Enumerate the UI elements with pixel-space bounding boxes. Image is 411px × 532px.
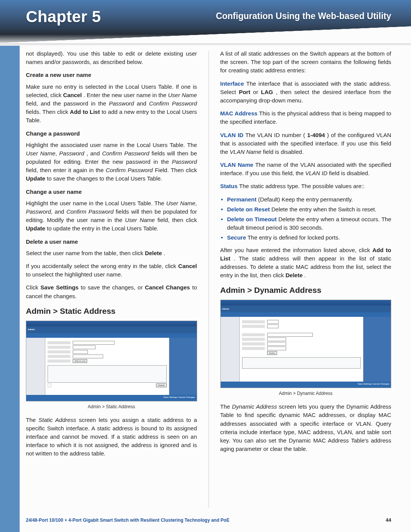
h-change-password: Change a password — [26, 129, 197, 138]
p-delete-2: If you accidentally select the wrong ent… — [26, 262, 197, 279]
t: fields. Then click — [26, 109, 70, 115]
kw-username: User Name — [166, 200, 196, 206]
static-address-screenshot: Admin Add to List Delete Save Se — [26, 321, 197, 401]
t: After you have entered the information l… — [220, 247, 373, 253]
kw-delete: Delete — [145, 250, 162, 256]
t: field, and the password in the — [26, 100, 109, 107]
p-dynamic-desc: The Dynamic Address screen lets you quer… — [220, 403, 392, 453]
t: to save the changes, or — [81, 284, 145, 291]
t: to unselect the highlighted user name. — [26, 271, 123, 278]
t: . — [164, 250, 165, 256]
kw-username: User Name — [125, 217, 155, 223]
thumb-query-button: Query — [267, 351, 277, 355]
list-item: Delete on Timeout Delete the entry when … — [227, 215, 392, 232]
column-separator — [209, 51, 209, 508]
t: field, then click — [158, 217, 197, 223]
t: If you accidentally select the wrong ent… — [26, 263, 178, 269]
t: to save the changes to the Local Users T… — [47, 175, 162, 182]
content: not displayed). You use this table to ed… — [26, 50, 391, 509]
kw-range: 1-4094 — [307, 132, 325, 138]
p-delete-1: Select the user name from the table, the… — [26, 249, 197, 257]
p-status: Status The static address type. The poss… — [220, 182, 392, 190]
list-item: Permanent (Default) Keep the entry perma… — [227, 195, 392, 204]
kw-password: Password — [26, 208, 51, 215]
t: Field. Then click — [155, 167, 197, 173]
kw-password: Password — [59, 150, 84, 157]
kw-confirm: Confirm Password — [102, 150, 149, 157]
kw-del-timeout: Delete on Timeout — [227, 216, 277, 222]
footer-product: 24/48-Port 10/100 + 4-Port Gigabit Smart… — [26, 518, 229, 523]
header: Chapter 5 Configuration Using the Web-ba… — [26, 8, 391, 26]
kw-static-address: Static Address — [38, 417, 76, 423]
p-delete-3: Click Save Settings to save the changes,… — [26, 283, 197, 300]
kw-vlanname: VLAN Name — [230, 149, 261, 155]
t: Highlight the user name in the Local Use… — [26, 200, 166, 206]
status-list: Permanent (Default) Keep the entry perma… — [220, 195, 392, 242]
t: Select the user name from the table, the… — [26, 250, 145, 256]
t: (Default) Keep the entry permanently. — [256, 196, 353, 203]
t: to update the entry in the Local Users T… — [47, 225, 158, 232]
t: The — [220, 403, 232, 410]
kw-username: User Name — [168, 92, 197, 98]
left-lead: not displayed). You use this table to ed… — [26, 50, 197, 66]
lbl-vlanid: VLAN ID — [220, 132, 244, 138]
caption-dynamic: Admin > Dynamic Address — [220, 390, 392, 397]
thumb-delete-button: Delete — [156, 383, 166, 387]
kw-permanent: Permanent — [227, 196, 257, 203]
dynamic-address-screenshot: Admin Query — [220, 300, 392, 388]
left-stripe — [0, 0, 20, 532]
t: Delete the entry when the Switch is rese… — [270, 206, 376, 212]
page: Chapter 5 Configuration Using the Web-ba… — [0, 0, 411, 532]
right-column: A list of all static addresses on the Sw… — [220, 50, 392, 509]
t: The entry is defined for locked ports. — [246, 234, 340, 241]
thumb-tab: Admin — [222, 307, 229, 311]
kw-cancel: Cancel — [63, 92, 82, 98]
h2-dynamic-address: Admin > Dynamic Address — [220, 284, 392, 296]
t: , — [56, 150, 59, 157]
caption-static: Admin > Static Address — [26, 404, 197, 411]
kw-confirm: Confirm Password — [149, 100, 197, 107]
right-lead: A list of all static addresses on the Sw… — [220, 50, 392, 75]
thumb-footer: Save Settings Cancel Changes — [221, 382, 391, 388]
t: Highlight the associated user name in th… — [26, 142, 197, 148]
kw-lag: LAG — [261, 89, 273, 95]
chapter-label: Chapter 5 — [26, 8, 101, 26]
p-create-user: Make sure no entry is selected in the Lo… — [26, 83, 197, 125]
h-create-user: Create a new user name — [26, 71, 197, 79]
header-band-slant — [0, 26, 411, 43]
t: and — [137, 100, 149, 107]
thumb-footer: Save Settings Cancel Changes — [26, 395, 197, 401]
t: The VLAN ID number ( — [245, 132, 305, 138]
kw-addtolist: Add to List — [70, 109, 100, 115]
t: , and — [86, 150, 102, 157]
p-after: After you have entered the information l… — [220, 246, 392, 280]
kw-port: Port — [239, 89, 250, 95]
t: . — [304, 272, 306, 278]
t: , and — [51, 208, 67, 215]
kw-delete: Delete — [285, 272, 303, 278]
kw-username: User Name — [26, 150, 56, 157]
left-column: not displayed). You use this table to ed… — [26, 50, 197, 509]
p-vlanid: VLAN ID The VLAN ID number ( 1-4094 ) of… — [220, 131, 392, 157]
lbl-interface: Interface — [220, 80, 244, 87]
t: Click — [26, 284, 40, 291]
chapter-title: Configuration Using the Web-based Utilit… — [216, 11, 391, 21]
h-change-username: Change a user name — [26, 188, 197, 196]
kw-cancel-changes: Cancel Changes — [145, 284, 190, 291]
h2-static-address: Admin > Static Address — [26, 305, 197, 317]
list-item: Secure The entry is defined for locked p… — [227, 233, 392, 242]
lbl-vlanname: VLAN Name — [220, 161, 253, 168]
kw-cancel: Cancel — [178, 263, 197, 269]
p-static-desc: The Static Address screen lets you assig… — [26, 416, 197, 458]
t: The — [26, 417, 38, 423]
lbl-status: Status — [220, 183, 238, 189]
p-mac: MAC Address This is the physical address… — [220, 109, 392, 126]
thumb-tab: Admin — [28, 328, 35, 331]
t: or — [253, 89, 261, 95]
p-change-password: Highlight the associated user name in th… — [26, 141, 197, 183]
footer: 24/48-Port 10/100 + 4-Port Gigabit Smart… — [26, 517, 391, 523]
kw-update: Update — [26, 175, 45, 182]
kw-password: Password — [109, 100, 134, 107]
t: screen lets you query the Dynamic Addres… — [220, 403, 392, 452]
kw-dynamic-address: Dynamic Address — [232, 403, 277, 410]
